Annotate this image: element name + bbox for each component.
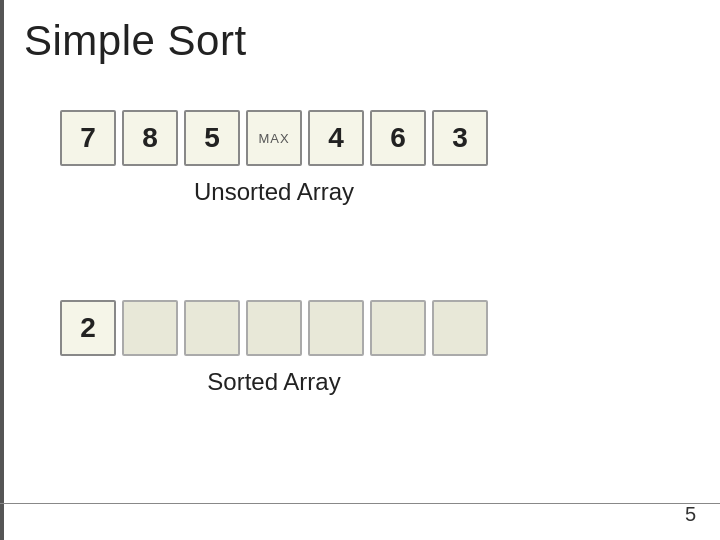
unsorted-array-row: 7 8 5 MAX 4 6 3 xyxy=(60,110,488,166)
unsorted-array-section: 7 8 5 MAX 4 6 3 Unsorted Array xyxy=(60,110,488,206)
unsorted-cell-2: 5 xyxy=(184,110,240,166)
unsorted-cell-0: 7 xyxy=(60,110,116,166)
sorted-cell-empty-4 xyxy=(308,300,364,356)
page-title: Simple Sort xyxy=(24,17,247,65)
max-label: MAX xyxy=(258,131,289,146)
sorted-cell-empty-6 xyxy=(432,300,488,356)
page-number: 5 xyxy=(685,503,696,526)
sorted-array-section: 2 Sorted Array xyxy=(60,300,488,396)
unsorted-array-label: Unsorted Array xyxy=(60,178,488,206)
sorted-cell-empty-3 xyxy=(246,300,302,356)
unsorted-cell-max: MAX xyxy=(246,110,302,166)
sorted-array-row: 2 xyxy=(60,300,488,356)
left-border xyxy=(0,0,4,540)
sorted-cell-empty-5 xyxy=(370,300,426,356)
sorted-cell-empty-2 xyxy=(184,300,240,356)
sorted-array-label: Sorted Array xyxy=(60,368,488,396)
unsorted-cell-1: 8 xyxy=(122,110,178,166)
unsorted-cell-4: 6 xyxy=(370,110,426,166)
bottom-line xyxy=(0,503,720,504)
unsorted-cell-5: 3 xyxy=(432,110,488,166)
unsorted-cell-3: 4 xyxy=(308,110,364,166)
sorted-cell-first: 2 xyxy=(60,300,116,356)
sorted-cell-empty-1 xyxy=(122,300,178,356)
